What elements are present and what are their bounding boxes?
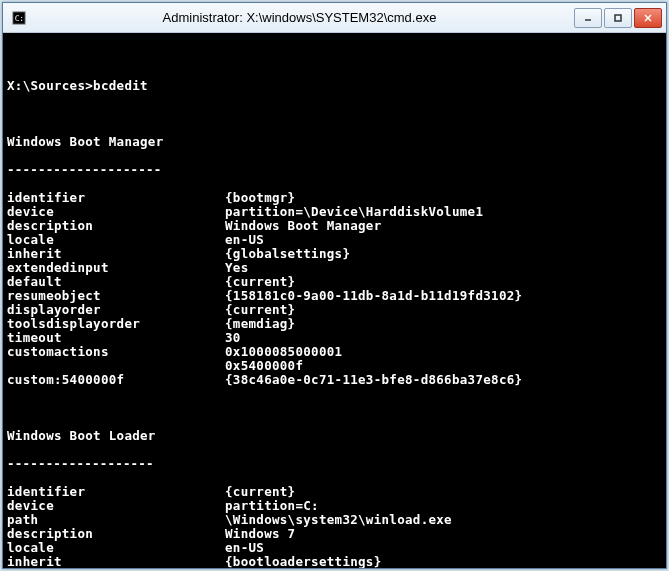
cmd-icon: C:: [11, 10, 27, 26]
kv-value: {current}: [225, 303, 666, 317]
kv-row: toolsdisplayorder{memdiag}: [7, 317, 666, 331]
kv-key: description: [7, 527, 225, 541]
kv-key: resumeobject: [7, 289, 225, 303]
kv-row: resumeobject{158181c0-9a00-11db-8a1d-b11…: [7, 289, 666, 303]
kv-value: Yes: [225, 261, 666, 275]
kv-row: 0x5400000f: [7, 359, 666, 373]
kv-value: {38c46a0e-0c71-11e3-bfe8-d866ba37e8c6}: [225, 373, 666, 387]
kv-value: 0x5400000f: [225, 359, 666, 373]
kv-value: {158181c0-9a00-11db-8a1d-b11d19fd3102}: [225, 289, 666, 303]
kv-value: Windows Boot Manager: [225, 219, 666, 233]
kv-value: 30: [225, 331, 666, 345]
kv-row: devicepartition=\Device\HarddiskVolume1: [7, 205, 666, 219]
kv-value: {bootloadersettings}: [225, 555, 666, 568]
terminal-output[interactable]: X:\Sources>bcdedit Windows Boot Manager …: [3, 33, 666, 568]
kv-key: toolsdisplayorder: [7, 317, 225, 331]
kv-row: timeout30: [7, 331, 666, 345]
section-boot-manager: Windows Boot Manager: [7, 135, 666, 149]
kv-value: partition=C:: [225, 499, 666, 513]
kv-value: Windows 7: [225, 527, 666, 541]
kv-row: inherit{globalsettings}: [7, 247, 666, 261]
kv-key: displayorder: [7, 303, 225, 317]
kv-row: descriptionWindows 7: [7, 527, 666, 541]
kv-key: [7, 359, 225, 373]
maximize-button[interactable]: [604, 8, 632, 28]
divider: --------------------: [7, 163, 666, 177]
close-button[interactable]: [634, 8, 662, 28]
kv-row: displayorder{current}: [7, 303, 666, 317]
kv-value: en-US: [225, 541, 666, 555]
kv-value: 0x1000085000001: [225, 345, 666, 359]
kv-value: partition=\Device\HarddiskVolume1: [225, 205, 666, 219]
kv-value: {current}: [225, 275, 666, 289]
kv-key: inherit: [7, 247, 225, 261]
kv-key: extendedinput: [7, 261, 225, 275]
minimize-button[interactable]: [574, 8, 602, 28]
kv-key: inherit: [7, 555, 225, 568]
kv-row: localeen-US: [7, 233, 666, 247]
window-title: Administrator: X:\windows\SYSTEM32\cmd.e…: [27, 10, 572, 25]
kv-row: identifier{current}: [7, 485, 666, 499]
kv-key: default: [7, 275, 225, 289]
kv-value: {current}: [225, 485, 666, 499]
kv-row: identifier{bootmgr}: [7, 191, 666, 205]
kv-value: {globalsettings}: [225, 247, 666, 261]
kv-key: path: [7, 513, 225, 527]
section-boot-loader: Windows Boot Loader: [7, 429, 666, 443]
kv-key: locale: [7, 233, 225, 247]
kv-row: extendedinputYes: [7, 261, 666, 275]
svg-text:C:: C:: [15, 13, 24, 22]
kv-value: en-US: [225, 233, 666, 247]
kv-key: customactions: [7, 345, 225, 359]
kv-key: identifier: [7, 191, 225, 205]
kv-row: customactions0x1000085000001: [7, 345, 666, 359]
svg-rect-3: [615, 15, 621, 21]
prompt-line: X:\Sources>bcdedit: [7, 79, 666, 93]
kv-key: device: [7, 205, 225, 219]
kv-row: localeen-US: [7, 541, 666, 555]
kv-value: {bootmgr}: [225, 191, 666, 205]
kv-row: devicepartition=C:: [7, 499, 666, 513]
kv-key: device: [7, 499, 225, 513]
cmd-window: C: Administrator: X:\windows\SYSTEM32\cm…: [2, 2, 667, 569]
kv-key: locale: [7, 541, 225, 555]
kv-row: path\Windows\system32\winload.exe: [7, 513, 666, 527]
kv-row: default{current}: [7, 275, 666, 289]
kv-row: descriptionWindows Boot Manager: [7, 219, 666, 233]
kv-value: \Windows\system32\winload.exe: [225, 513, 666, 527]
divider: -------------------: [7, 457, 666, 471]
kv-value: {memdiag}: [225, 317, 666, 331]
kv-key: custom:5400000f: [7, 373, 225, 387]
window-controls: [572, 8, 662, 28]
kv-key: timeout: [7, 331, 225, 345]
titlebar[interactable]: C: Administrator: X:\windows\SYSTEM32\cm…: [3, 3, 666, 33]
kv-key: description: [7, 219, 225, 233]
kv-row: inherit{bootloadersettings}: [7, 555, 666, 568]
kv-row: custom:5400000f{38c46a0e-0c71-11e3-bfe8-…: [7, 373, 666, 387]
kv-key: identifier: [7, 485, 225, 499]
